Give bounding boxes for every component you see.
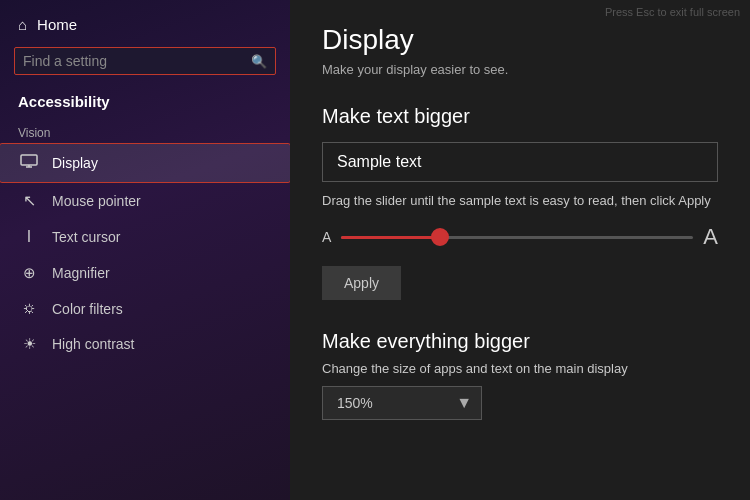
slider-track-bg — [341, 236, 693, 239]
accessibility-title: Accessibility — [0, 85, 290, 120]
text-size-slider-row: A A — [322, 224, 718, 250]
sidebar-item-mouse-pointer[interactable]: ↖ Mouse pointer — [0, 182, 290, 219]
slider-label-large: A — [703, 224, 718, 250]
sidebar-item-display[interactable]: Display — [0, 144, 290, 182]
sidebar-item-color-filters-label: Color filters — [52, 301, 123, 317]
sidebar-item-mouse-label: Mouse pointer — [52, 193, 141, 209]
sidebar: ⌂ Home 🔍 Accessibility Vision Display ↖ … — [0, 0, 290, 500]
display-icon — [18, 153, 40, 173]
make-everything-bigger-desc: Change the size of apps and text on the … — [322, 361, 718, 376]
search-icon: 🔍 — [251, 54, 267, 69]
apply-button[interactable]: Apply — [322, 266, 401, 300]
slider-instruction: Drag the slider until the sample text is… — [322, 192, 718, 210]
page-subtitle: Make your display easier to see. — [322, 62, 718, 77]
sidebar-item-high-contrast-label: High contrast — [52, 336, 134, 352]
sidebar-item-text-cursor[interactable]: I Text cursor — [0, 219, 290, 255]
color-filters-icon: ⛭ — [18, 300, 40, 317]
sidebar-item-high-contrast[interactable]: ☀ High contrast — [0, 326, 290, 362]
page-title: Display — [322, 24, 718, 56]
topbar-hint: Press Esc to exit full screen — [605, 6, 740, 18]
sidebar-home-label: Home — [37, 16, 77, 33]
make-text-bigger-heading: Make text bigger — [322, 105, 718, 128]
slider-track-fill — [341, 236, 440, 239]
display-scale-dropdown-wrapper[interactable]: 100% 125% 150% 175% 200% ▼ — [322, 386, 482, 420]
make-everything-bigger-heading: Make everything bigger — [322, 330, 718, 353]
display-scale-dropdown[interactable]: 100% 125% 150% 175% 200% — [322, 386, 482, 420]
sidebar-item-color-filters[interactable]: ⛭ Color filters — [0, 291, 290, 326]
home-icon: ⌂ — [18, 16, 27, 33]
magnifier-icon: ⊕ — [18, 264, 40, 282]
text-size-slider[interactable] — [341, 227, 693, 247]
svg-rect-0 — [21, 155, 37, 165]
slider-thumb[interactable] — [431, 228, 449, 246]
text-cursor-icon: I — [18, 228, 40, 246]
slider-label-small: A — [322, 229, 331, 245]
mouse-pointer-icon: ↖ — [18, 191, 40, 210]
high-contrast-icon: ☀ — [18, 335, 40, 353]
search-input[interactable] — [23, 53, 245, 69]
sidebar-item-magnifier[interactable]: ⊕ Magnifier — [0, 255, 290, 291]
sample-text-display: Sample text — [322, 142, 718, 182]
search-box[interactable]: 🔍 — [14, 47, 276, 75]
sidebar-home[interactable]: ⌂ Home — [0, 0, 290, 43]
sidebar-item-display-label: Display — [52, 155, 98, 171]
vision-title: Vision — [0, 120, 290, 144]
sidebar-item-text-cursor-label: Text cursor — [52, 229, 120, 245]
main-content: Press Esc to exit full screen Display Ma… — [290, 0, 750, 500]
sidebar-item-magnifier-label: Magnifier — [52, 265, 110, 281]
